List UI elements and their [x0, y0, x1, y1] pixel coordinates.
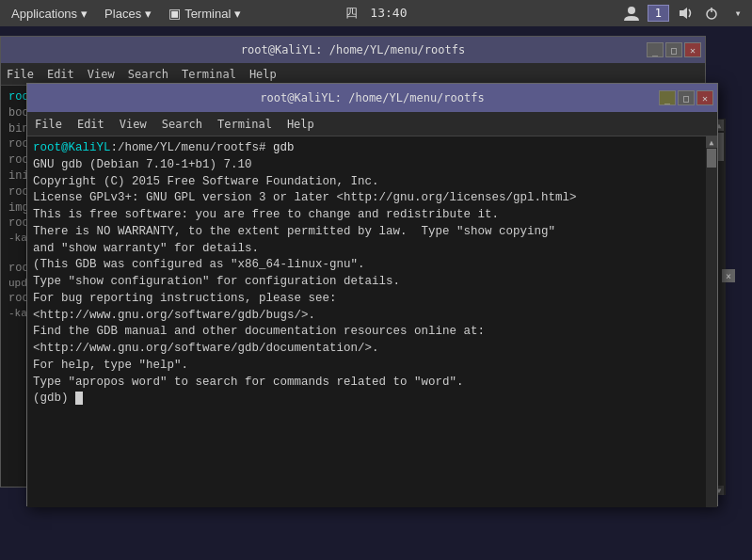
gdb-bugs-url-line: <http://www.gnu.org/software/gdb/bugs/>. — [33, 308, 712, 325]
menu-view-back[interactable]: View — [88, 68, 115, 81]
clock-icon: 四 — [345, 6, 358, 20]
gdb-help-line: For help, type "help". — [33, 358, 712, 375]
gdb-version-line: GNU gdb (Debian 7.10-1+b1) 7.10 — [33, 157, 712, 174]
gdb-docs-url-line: <http://www.gnu.org/software/gdb/documen… — [33, 341, 712, 358]
gdb-apropos-line: Type "apropos word" to search for comman… — [33, 375, 712, 392]
places-menu[interactable]: Places ▾ — [97, 1, 159, 25]
terminal-front-titlebar: root@KaliYL: /home/YL/menu/rootfs _ □ ✕ — [27, 84, 717, 112]
terminal-back-title: root@KaliYL: /home/YL/menu/rootfs — [241, 43, 465, 56]
menu-file-front[interactable]: File — [35, 118, 62, 131]
close-button-front[interactable]: ✕ — [696, 90, 713, 105]
gdb-copyright-line: Copyright (C) 2015 Free Software Foundat… — [33, 174, 712, 191]
taskbar-left: Applications ▾ Places ▾ ▣ Terminal ▾ — [4, 1, 248, 25]
minimize-button-front[interactable]: _ — [659, 90, 676, 105]
terminal-front-title: root@KaliYL: /home/YL/menu/rootfs — [260, 91, 484, 104]
terminal-cursor — [75, 392, 83, 405]
svg-point-0 — [628, 7, 635, 14]
user-icon[interactable] — [621, 3, 642, 24]
menu-view-front[interactable]: View — [120, 118, 147, 131]
settings-arrow-icon[interactable]: ▾ — [728, 3, 748, 24]
menu-help-back[interactable]: Help — [249, 68, 277, 81]
menu-edit-back[interactable]: Edit — [47, 68, 74, 81]
terminal-label: Terminal — [184, 7, 231, 21]
gdb-prompt-line[interactable]: (gdb) — [33, 391, 712, 408]
workspace-badge[interactable]: 1 — [648, 5, 669, 22]
scroll-marker[interactable]: × — [722, 269, 735, 282]
places-arrow: ▾ — [145, 7, 152, 21]
maximize-button-back[interactable]: □ — [665, 42, 682, 57]
menu-edit-front[interactable]: Edit — [77, 118, 104, 131]
prompt-command: gdb — [266, 141, 295, 154]
taskbar-clock: 四 13:40 — [345, 5, 408, 22]
scrollbar-thumb-front[interactable] — [707, 149, 716, 168]
applications-label: Applications — [11, 7, 77, 21]
scroll-up-arrow[interactable]: ▲ — [706, 136, 717, 148]
menu-search-front[interactable]: Search — [162, 118, 202, 131]
workspace-number: 1 — [655, 7, 662, 20]
clock-time: 13:40 — [370, 6, 407, 20]
minimize-button-back[interactable]: _ — [647, 42, 664, 57]
gdb-freedom-line: This is free software: you are free to c… — [33, 207, 712, 224]
terminal-window-front: root@KaliYL: /home/YL/menu/rootfs _ □ ✕ … — [26, 83, 718, 506]
gdb-warranty-line2: and "show warranty" for details. — [33, 241, 712, 258]
places-label: Places — [104, 7, 141, 21]
terminal-front-content: root@KaliYL:/home/YL/menu/rootfs# gdb GN… — [27, 136, 717, 507]
menu-help-front[interactable]: Help — [287, 118, 314, 131]
taskbar-right: 1 ▾ — [621, 3, 748, 24]
terminal-menu[interactable]: ▣ Terminal ▾ — [161, 1, 248, 25]
terminal-front-wm-buttons: _ □ ✕ — [659, 90, 713, 105]
applications-menu[interactable]: Applications ▾ — [4, 1, 95, 25]
menu-search-back[interactable]: Search — [128, 68, 168, 81]
terminal-scrollbar[interactable]: ▲ — [706, 136, 717, 507]
power-icon[interactable] — [701, 3, 722, 24]
svg-marker-1 — [680, 8, 687, 19]
applications-arrow: ▾ — [81, 7, 88, 21]
menu-terminal-back[interactable]: Terminal — [182, 68, 236, 81]
menu-terminal-front[interactable]: Terminal — [217, 118, 272, 131]
prompt-user: root@KaliYL — [33, 141, 111, 154]
terminal-icon: ▣ — [168, 6, 181, 21]
maximize-button-front[interactable]: □ — [678, 90, 695, 105]
volume-icon[interactable] — [675, 3, 696, 24]
close-button-back[interactable]: ✕ — [684, 42, 701, 57]
gdb-docs-intro-line: Find the GDB manual and other documentat… — [33, 324, 712, 341]
terminal-arrow: ▾ — [234, 7, 241, 21]
menu-file-back[interactable]: File — [7, 68, 34, 81]
gdb-bugs-intro-line: For bug reporting instructions, please s… — [33, 291, 712, 308]
gdb-license-line: License GPLv3+: GNU GPL version 3 or lat… — [33, 190, 712, 207]
gdb-config-info-line: (This GDB was configured as "x86_64-linu… — [33, 257, 712, 274]
taskbar: Applications ▾ Places ▾ ▣ Terminal ▾ 四 1… — [0, 0, 752, 26]
desktop: root@KaliYL: /home/YL/menu/rootfs _ □ ✕ … — [0, 26, 752, 560]
gdb-warranty-line1: There is NO WARRANTY, to the extent perm… — [33, 224, 712, 241]
terminal-back-wm-buttons: _ □ ✕ — [647, 42, 701, 57]
prompt-path: :/home/YL/menu/rootfs# — [111, 141, 266, 154]
terminal-front-menubar: File Edit View Search Terminal Help — [27, 112, 717, 136]
gdb-show-config-line: Type "show configuration" for configurat… — [33, 274, 712, 291]
terminal-back-titlebar: root@KaliYL: /home/YL/menu/rootfs _ □ ✕ — [1, 37, 705, 63]
